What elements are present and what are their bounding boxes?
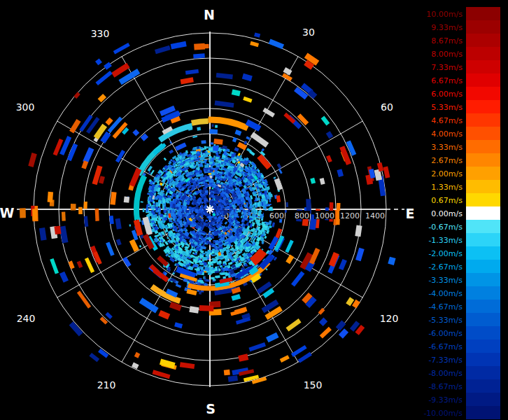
echo-segment: [139, 245, 141, 248]
echo-segment: [197, 127, 201, 130]
echo-segment: [186, 289, 197, 295]
echo-segment: [95, 209, 99, 221]
echo-segment: [286, 202, 288, 207]
echo-segment: [166, 209, 169, 211]
colorbar-band: [466, 353, 500, 366]
compass-label-30: 30: [302, 27, 315, 38]
colorbar-band: [466, 153, 500, 167]
echo-segment: [215, 174, 218, 176]
echo-segment: [197, 146, 200, 149]
colorbar-label: -6.67m/s: [428, 342, 463, 351]
velocity-arc-yellow-arc-north: [192, 121, 209, 123]
echo-segment: [153, 370, 171, 379]
colorbar-label: -4.67m/s: [428, 302, 463, 312]
echo-segment: [164, 158, 167, 161]
colorbar-band: [466, 74, 500, 87]
colorbar-label: 6.00m/s: [431, 90, 463, 99]
echo-segment: [110, 192, 116, 205]
echo-segment: [210, 189, 211, 192]
echo-segment: [81, 160, 88, 169]
echo-segment: [216, 158, 218, 160]
echo-segment: [84, 216, 89, 227]
echo-segment: [213, 261, 216, 263]
colorbar-label: 10.00m/s: [426, 10, 463, 19]
echo-segment: [246, 202, 248, 205]
echo-segment: [246, 136, 250, 140]
echo-segment: [147, 204, 150, 206]
echo-segment: [152, 200, 153, 202]
colorbar-band: [466, 47, 500, 60]
echo-segment: [337, 169, 344, 177]
echo-segment: [146, 208, 148, 212]
colorbar-label: -4.00m/s: [428, 289, 463, 298]
echo-segment: [266, 332, 279, 343]
echo-segment: [48, 192, 53, 202]
echo-segment: [158, 310, 170, 320]
colorbar-label: 4.67m/s: [431, 116, 463, 125]
echo-segment: [269, 200, 271, 202]
echo-segment: [95, 58, 102, 65]
echo-segment: [274, 176, 276, 178]
echo-segment: [148, 166, 153, 172]
echo-segment: [234, 147, 239, 152]
echo-segment: [195, 209, 197, 213]
echo-segment: [155, 224, 157, 226]
echo-segment: [205, 169, 207, 172]
echo-segment: [216, 73, 233, 79]
echo-segment: [210, 169, 213, 172]
echo-segment: [162, 205, 164, 209]
echo-segment: [129, 224, 131, 226]
colorbar-band: [466, 167, 500, 180]
colorbar-band: [466, 113, 500, 127]
echo-segment: [215, 256, 217, 259]
echo-segment: [251, 132, 269, 148]
echo-segment: [291, 345, 307, 357]
echo-segment: [191, 210, 193, 213]
echo-segment: [195, 206, 198, 209]
echo-segment: [234, 130, 241, 136]
colorbar-band: [466, 140, 500, 153]
echo-segment: [248, 342, 266, 351]
compass-label-N: N: [204, 7, 215, 22]
echo-segment: [71, 204, 76, 210]
echo-segment: [62, 212, 66, 221]
echo-segment: [210, 176, 212, 178]
echo-segment: [204, 183, 209, 187]
echo-segment: [271, 222, 275, 227]
echo-segment: [204, 278, 206, 281]
colorbar-label: 3.33m/s: [431, 143, 463, 152]
echo-segment: [285, 255, 294, 265]
colorbar-band: [466, 34, 500, 47]
echo-segment: [215, 267, 217, 270]
colorbar-band: [466, 286, 500, 300]
colorbar-band: [466, 313, 500, 326]
echo-segment: [134, 352, 141, 358]
echo-segment: [283, 113, 295, 124]
velocity-arc-orange-arc-north: [209, 120, 248, 128]
echo-segment: [181, 205, 183, 207]
colorbar-label: 0.67m/s: [431, 196, 463, 205]
echo-segment: [116, 239, 122, 246]
echo-segment: [228, 375, 238, 382]
echo-segment: [204, 162, 206, 164]
echo-segment: [156, 202, 159, 204]
colorbar-band: [466, 379, 500, 393]
echo-segment: [181, 77, 194, 84]
echo-segment: [212, 188, 213, 190]
echo-segment: [249, 205, 253, 209]
echo-segment: [89, 353, 99, 362]
echo-segment: [213, 162, 215, 164]
echo-segment: [148, 213, 152, 216]
echo-segment: [206, 234, 208, 237]
echo-segment: [204, 262, 207, 265]
echo-segment: [298, 352, 312, 363]
echo-segment: [211, 192, 213, 195]
range-label-1000: 1000: [315, 211, 334, 220]
echo-segment: [253, 211, 257, 214]
echo-segment: [59, 272, 69, 283]
echo-segment: [232, 137, 237, 143]
echo-segment: [169, 149, 174, 153]
echo-segment: [100, 316, 108, 324]
colorbar-label: 8.00m/s: [431, 50, 463, 59]
echo-segment: [105, 312, 112, 319]
